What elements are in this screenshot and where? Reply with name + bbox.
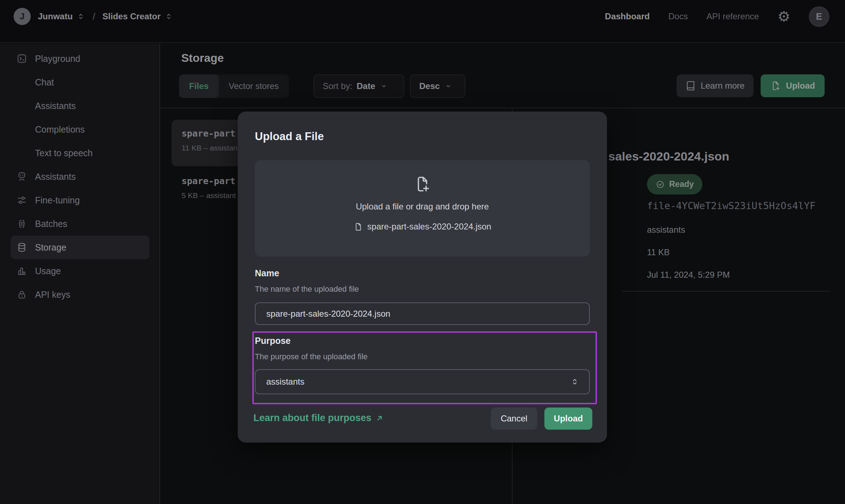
file-icon <box>354 222 363 232</box>
purpose-select-value: assistants <box>266 377 570 387</box>
learn-about-file-purposes-link[interactable]: Learn about file purposes <box>253 412 384 424</box>
dropzone-selected-file: spare-part-sales-2020-2024.json <box>354 222 491 232</box>
purpose-field-description: The purpose of the uploaded file <box>255 352 368 361</box>
arrow-up-right-icon <box>375 414 384 423</box>
dropzone-file-name: spare-part-sales-2020-2024.json <box>367 222 491 232</box>
name-field-label: Name <box>255 268 279 278</box>
upload-file-modal: Upload a File Upload a file or drag and … <box>238 112 607 443</box>
purpose-select[interactable]: assistants <box>255 369 590 394</box>
file-plus-icon <box>414 175 431 193</box>
cancel-button[interactable]: Cancel <box>491 407 537 430</box>
app-screen: J Junwatu / Slides Creator Dashboard Doc… <box>0 0 845 504</box>
upload-button-modal[interactable]: Upload <box>544 407 592 430</box>
link-label: Learn about file purposes <box>253 412 371 424</box>
file-dropzone[interactable]: Upload a file or drag and drop here spar… <box>255 160 590 257</box>
dropzone-text: Upload a file or drag and drop here <box>356 202 489 212</box>
name-input[interactable] <box>255 302 590 325</box>
name-field-description: The name of the uploaded file <box>255 285 359 294</box>
unfold-icon <box>570 377 580 387</box>
modal-title: Upload a File <box>255 130 324 143</box>
purpose-field-label: Purpose <box>255 336 291 346</box>
